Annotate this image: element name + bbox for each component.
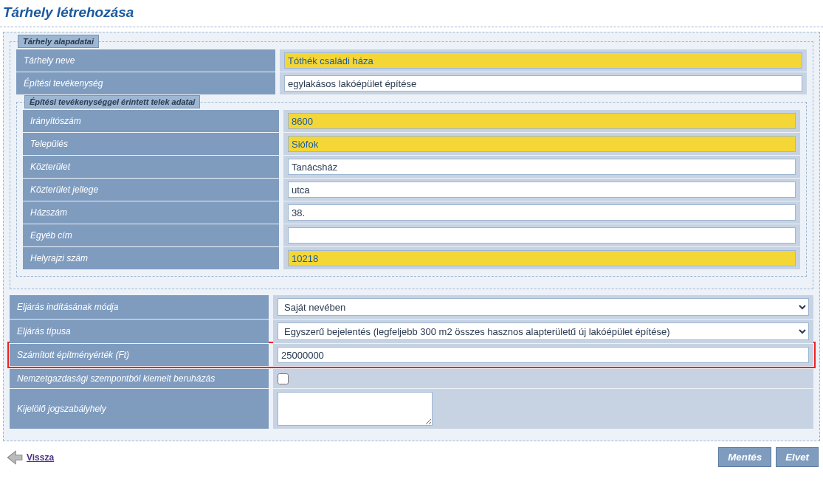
textarea-law-ref[interactable]	[278, 392, 433, 426]
input-street-type[interactable]	[288, 182, 796, 198]
input-name[interactable]	[284, 52, 802, 69]
row-zip: Irányítószám	[23, 110, 800, 132]
save-button[interactable]: Mentés	[718, 447, 771, 467]
row-lot-no: Helyrajzi szám	[23, 247, 800, 269]
checkbox-priority[interactable]	[278, 373, 289, 384]
input-street[interactable]	[288, 159, 796, 175]
row-proc-type: Eljárás típusa Egyszerű bejelentés (legf…	[10, 320, 813, 343]
input-lot-no[interactable]	[288, 250, 796, 266]
footer: Vissza Mentés Elvet	[0, 443, 823, 474]
divider	[0, 27, 823, 27]
fieldset-procedure: Eljárás indításának módja Saját nevében …	[10, 295, 813, 429]
label-city: Település	[23, 133, 279, 155]
label-proc-mode: Eljárás indításának módja	[10, 295, 269, 319]
arrow-left-icon	[4, 448, 24, 467]
input-house-no[interactable]	[288, 204, 796, 221]
select-proc-mode[interactable]: Saját nevében	[278, 298, 809, 316]
label-proc-type: Eljárás típusa	[10, 320, 269, 343]
input-other-addr[interactable]	[288, 227, 796, 244]
row-law-ref: Kijelölő jogszabályhely	[10, 389, 813, 429]
row-street: Közterület	[23, 156, 800, 178]
back-link[interactable]: Vissza	[4, 448, 54, 467]
legend-plot: Építési tevékenységgel érintett telek ad…	[24, 95, 200, 108]
row-house-no: Házszám	[23, 201, 800, 224]
label-priority: Nemzetgazdasági szempontból kiemelt beru…	[10, 369, 269, 388]
label-zip: Irányítószám	[23, 110, 279, 132]
input-city[interactable]	[288, 136, 796, 152]
row-city: Település	[23, 133, 800, 155]
row-proc-mode: Eljárás indításának módja Saját nevében	[10, 295, 813, 319]
value-activity-wrap	[280, 72, 807, 94]
input-activity[interactable]	[284, 75, 802, 92]
label-house-no: Házszám	[23, 201, 279, 224]
value-name-wrap	[280, 49, 807, 72]
label-name: Tárhely neve	[16, 49, 275, 72]
input-calc-value[interactable]	[278, 347, 809, 363]
input-zip[interactable]	[288, 113, 796, 129]
label-law-ref: Kijelölő jogszabályhely	[10, 389, 269, 429]
row-street-type: Közterület jellege	[23, 179, 800, 201]
row-activity: Építési tevékenység	[16, 72, 807, 94]
fieldset-plot: Építési tevékenységgel érintett telek ad…	[16, 102, 807, 277]
label-street-type: Közterület jellege	[23, 179, 279, 201]
row-other-addr: Egyéb cím	[23, 224, 800, 246]
select-proc-type[interactable]: Egyszerű bejelentés (legfeljebb 300 m2 ö…	[278, 322, 809, 340]
label-activity: Építési tevékenység	[16, 72, 275, 94]
fieldset-main: Tárhely alapadatai Tárhely neve Építési …	[10, 41, 813, 289]
label-calc-value: Számított építményérték (Ft)	[10, 344, 269, 366]
discard-button[interactable]: Elvet	[776, 447, 819, 467]
page-title: Tárhely létrehozása	[0, 0, 823, 25]
label-street: Közterület	[23, 156, 279, 178]
label-other-addr: Egyéb cím	[23, 224, 279, 246]
back-label: Vissza	[27, 452, 54, 463]
label-lot-no: Helyrajzi szám	[23, 247, 279, 269]
legend-main: Tárhely alapadatai	[18, 35, 99, 48]
row-priority: Nemzetgazdasági szempontból kiemelt beru…	[10, 369, 813, 388]
main-panel: Tárhely alapadatai Tárhely neve Építési …	[3, 32, 820, 441]
row-name: Tárhely neve	[16, 49, 807, 72]
row-calc-value-highlight: Számított építményérték (Ft)	[7, 342, 816, 368]
